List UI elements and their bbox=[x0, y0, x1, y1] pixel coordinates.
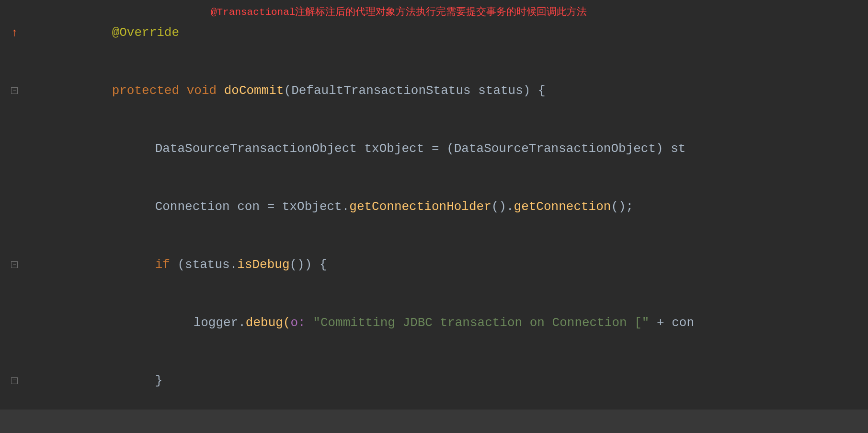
code-line-8: − try { bbox=[0, 410, 868, 433]
if-keyword: if bbox=[155, 257, 170, 272]
try-keyword: try bbox=[155, 432, 178, 433]
fold-icon-7[interactable]: − bbox=[11, 377, 18, 384]
cast-end: ) st bbox=[656, 141, 685, 156]
is-debug: isDebug bbox=[237, 257, 289, 272]
line-7-content: } bbox=[110, 351, 162, 410]
fold-icon-2[interactable]: − bbox=[11, 87, 18, 94]
code-line-3: DataSourceTransactionObject txObject = (… bbox=[0, 120, 868, 178]
space-after-o bbox=[306, 316, 313, 330]
param-name-token: status) { bbox=[471, 83, 546, 98]
gutter-1: ↑ bbox=[0, 24, 29, 42]
line-6-content: logger.debug(o: "Committing JDBC transac… bbox=[148, 293, 694, 351]
connection-class: Connection bbox=[155, 199, 230, 214]
param-label-o: o: bbox=[290, 316, 305, 330]
class-token-1: DataSourceTransactionObject bbox=[155, 141, 357, 156]
code-line-5: − if (status.isDebug()) { bbox=[0, 236, 868, 294]
gutter-5: − bbox=[0, 261, 29, 268]
line-1-content: @Override bbox=[67, 4, 179, 62]
code-line-1: ↑ @Override @Transactional注解标注后的代理对象方法执行… bbox=[0, 4, 868, 62]
code-line-2: − protected void doCommit(DefaultTransac… bbox=[0, 62, 868, 120]
plus-con: + con bbox=[649, 316, 694, 330]
assign-text: txObject = ( bbox=[357, 141, 454, 156]
con-assign: con = txObject. bbox=[230, 199, 350, 214]
line-3-content: DataSourceTransactionObject txObject = (… bbox=[110, 120, 685, 178]
get-connection: getConnection bbox=[514, 199, 611, 214]
class-token-2: DataSourceTransactionObject bbox=[454, 141, 656, 156]
try-brace: { bbox=[177, 432, 192, 433]
arrow-up-icon: ↑ bbox=[11, 24, 18, 42]
annotation-comment: @Transactional注解标注后的代理对象方法执行完需要提交事务的时候回调… bbox=[211, 5, 587, 21]
line-4-content: Connection con = txObject.getConnectionH… bbox=[110, 178, 633, 236]
string-committing: "Committing JDBC transaction on Connecti… bbox=[313, 316, 649, 330]
paren-open: ( bbox=[284, 83, 292, 98]
line-8-content: try { bbox=[110, 410, 193, 433]
get-conn-holder: getConnectionHolder bbox=[349, 199, 491, 214]
method-name-token: doCommit bbox=[224, 83, 284, 98]
space2 bbox=[217, 83, 224, 98]
line-2-content: protected void doCommit(DefaultTransacti… bbox=[67, 62, 546, 120]
space bbox=[179, 83, 187, 98]
protected-keyword: protected bbox=[112, 83, 179, 98]
code-line-6: logger.debug(o: "Committing JDBC transac… bbox=[0, 293, 868, 351]
line-5-content: if (status.isDebug()) { bbox=[110, 236, 327, 294]
code-line-4: Connection con = txObject.getConnectionH… bbox=[0, 178, 868, 236]
close-brace-1: } bbox=[155, 374, 163, 388]
parens1: (). bbox=[491, 199, 514, 214]
param-type-token: DefaultTransactionStatus bbox=[291, 83, 470, 98]
gutter-7: − bbox=[0, 377, 29, 384]
annotation-token: @Override bbox=[112, 25, 179, 40]
fold-icon-5[interactable]: − bbox=[11, 261, 18, 268]
void-keyword: void bbox=[187, 83, 217, 98]
gutter-2: − bbox=[0, 87, 29, 94]
semicolon1: (); bbox=[611, 199, 633, 214]
if-close: ()) { bbox=[290, 257, 327, 272]
debug-method: debug( bbox=[246, 316, 291, 330]
code-line-7: − } bbox=[0, 351, 868, 410]
if-paren: (status. bbox=[170, 257, 237, 272]
logger-var: logger. bbox=[194, 316, 246, 330]
code-editor: ↑ @Override @Transactional注解标注后的代理对象方法执行… bbox=[0, 4, 868, 433]
